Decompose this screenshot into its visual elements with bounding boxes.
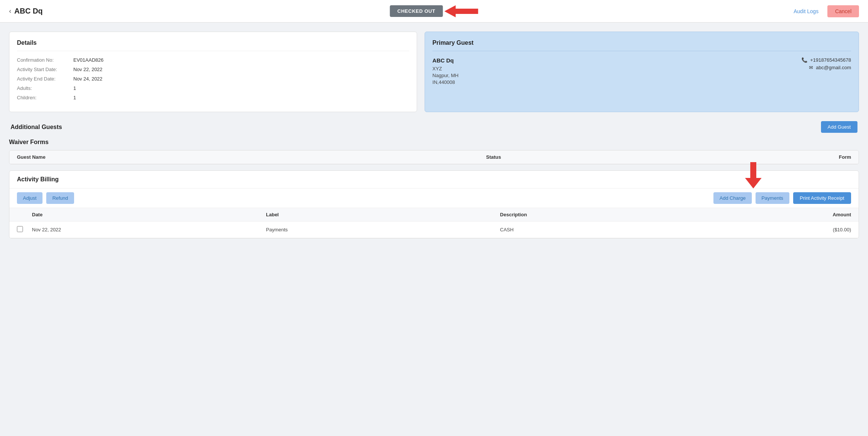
detail-label: Confirmation No: bbox=[17, 57, 73, 63]
primary-guest-card: Primary Guest ABC Dq XYZ Nagpur, MH IN,4… bbox=[425, 32, 859, 112]
audit-logs-button[interactable]: Audit Logs bbox=[789, 6, 823, 17]
row-amount: ($10.00) bbox=[734, 227, 851, 232]
detail-label: Children: bbox=[17, 95, 73, 100]
primary-guest-title: Primary Guest bbox=[432, 39, 851, 51]
table-row: Nov 22, 2022 Payments CASH ($10.00) bbox=[9, 222, 859, 238]
adjust-button[interactable]: Adjust bbox=[17, 192, 42, 204]
waiver-forms-title: Waiver Forms bbox=[9, 139, 859, 146]
guest-name: ABC Dq bbox=[432, 57, 458, 64]
billing-col-label-header: Label bbox=[266, 212, 500, 217]
cancel-button[interactable]: Cancel bbox=[827, 5, 859, 17]
detail-value: 1 bbox=[73, 85, 76, 91]
billing-table-header: Date Label Description Amount bbox=[9, 208, 859, 222]
details-title: Details bbox=[17, 39, 409, 51]
waiver-col-status-header: Status bbox=[375, 154, 613, 160]
waiver-table: Guest Name Status Form bbox=[9, 150, 859, 164]
checked-out-badge: CHECKED OUT bbox=[390, 5, 443, 17]
row-date: Nov 22, 2022 bbox=[32, 227, 266, 232]
main-content: Details Confirmation No: EV01AAD826 Acti… bbox=[0, 23, 868, 255]
details-fields: Confirmation No: EV01AAD826 Activity Sta… bbox=[17, 57, 409, 100]
header-left: ‹ ABC Dq bbox=[9, 7, 43, 15]
back-button[interactable]: ‹ bbox=[9, 7, 11, 15]
cards-row: Details Confirmation No: EV01AAD826 Acti… bbox=[9, 32, 859, 112]
billing-col-desc-header: Description bbox=[500, 212, 734, 217]
guest-company: XYZ bbox=[432, 66, 458, 71]
red-down-arrow-icon bbox=[742, 162, 765, 188]
detail-label: Activity Start Date: bbox=[17, 67, 73, 72]
detail-label: Adults: bbox=[17, 85, 73, 91]
waiver-col-form-header: Form bbox=[613, 154, 851, 160]
guest-address: ABC Dq XYZ Nagpur, MH IN,440008 bbox=[432, 57, 458, 86]
guest-phone: 📞 +19187654345678 bbox=[801, 57, 851, 63]
page-title: ABC Dq bbox=[14, 7, 43, 15]
phone-icon: 📞 bbox=[801, 57, 807, 63]
detail-value: Nov 22, 2022 bbox=[73, 67, 102, 72]
guest-info-row: ABC Dq XYZ Nagpur, MH IN,440008 📞 +19187… bbox=[432, 57, 851, 86]
header-center: CHECKED OUT bbox=[390, 4, 478, 19]
activity-billing-section: Activity Billing Adjust Refund Add Charg… bbox=[9, 170, 859, 239]
row-checkbox[interactable] bbox=[17, 226, 23, 232]
print-activity-receipt-button[interactable]: Print Activity Receipt bbox=[793, 192, 851, 204]
email-icon: ✉ bbox=[809, 65, 813, 70]
svg-marker-1 bbox=[745, 162, 762, 188]
row-label: Payments bbox=[266, 227, 500, 232]
detail-value: Nov 24, 2022 bbox=[73, 76, 102, 82]
detail-row: Activity End Date: Nov 24, 2022 bbox=[17, 76, 409, 82]
billing-col-date-header: Date bbox=[32, 212, 266, 217]
add-guest-button[interactable]: Add Guest bbox=[821, 121, 857, 133]
additional-guests-section: Additional Guests Add Guest bbox=[9, 121, 859, 133]
header: ‹ ABC Dq CHECKED OUT Audit Logs Cancel bbox=[0, 0, 868, 23]
guest-email: ✉ abc@gmail.com bbox=[801, 65, 851, 70]
billing-right-actions: Add Charge Payments Print Activity Recei… bbox=[713, 192, 851, 204]
guest-city-state: Nagpur, MH bbox=[432, 73, 458, 78]
header-right: Audit Logs Cancel bbox=[789, 5, 859, 17]
billing-col-check-header bbox=[17, 212, 32, 217]
row-checkbox-cell bbox=[17, 226, 32, 233]
additional-guests-title: Additional Guests bbox=[11, 124, 62, 131]
guest-contact-info: 📞 +19187654345678 ✉ abc@gmail.com bbox=[801, 57, 851, 86]
guest-country-zip: IN,440008 bbox=[432, 79, 458, 85]
activity-billing-title: Activity Billing bbox=[9, 171, 859, 188]
detail-value: EV01AAD826 bbox=[73, 57, 103, 63]
detail-label: Activity End Date: bbox=[17, 76, 73, 82]
checked-out-arrow-wrapper: CHECKED OUT bbox=[390, 4, 478, 19]
billing-actions-bar: Adjust Refund Add Charge Payments Print … bbox=[9, 188, 859, 208]
payments-button[interactable]: Payments bbox=[756, 192, 789, 204]
waiver-col-guest-header: Guest Name bbox=[17, 154, 375, 160]
detail-value: 1 bbox=[73, 95, 76, 100]
details-card: Details Confirmation No: EV01AAD826 Acti… bbox=[9, 32, 417, 112]
detail-row: Children: 1 bbox=[17, 95, 409, 100]
red-left-arrow-icon bbox=[444, 4, 478, 19]
add-charge-button[interactable]: Add Charge bbox=[713, 192, 751, 204]
refund-button[interactable]: Refund bbox=[46, 192, 74, 204]
detail-row: Confirmation No: EV01AAD826 bbox=[17, 57, 409, 63]
detail-row: Adults: 1 bbox=[17, 85, 409, 91]
waiver-forms-section: Waiver Forms Guest Name Status Form bbox=[9, 139, 859, 164]
waiver-table-header: Guest Name Status Form bbox=[9, 150, 859, 164]
billing-col-amount-header: Amount bbox=[734, 212, 851, 217]
row-description: CASH bbox=[500, 227, 734, 232]
billing-rows: Nov 22, 2022 Payments CASH ($10.00) bbox=[9, 222, 859, 238]
detail-row: Activity Start Date: Nov 22, 2022 bbox=[17, 67, 409, 72]
svg-marker-0 bbox=[444, 5, 478, 17]
